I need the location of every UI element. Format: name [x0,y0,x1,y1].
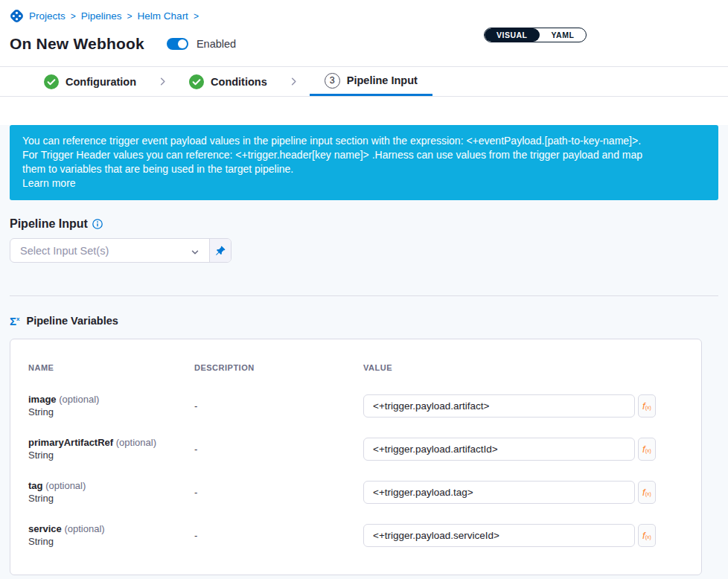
variable-name-cell: tag (optional) String [28,479,194,505]
expression-fx-button[interactable]: f(x) [638,481,656,504]
variable-value-input[interactable] [363,394,635,418]
fx-icon-sub: (x) [645,534,651,540]
toggle-knob [178,39,187,48]
variable-value-cell: f(x) [363,394,683,418]
variable-value-cell: f(x) [363,524,683,547]
sigma-variables-icon: Σx [10,316,19,327]
pin-icon [215,246,226,256]
variables-table-body: image (optional) String - f(x) primaryAr… [28,384,683,557]
variable-description: - [194,530,363,541]
variable-value-cell: f(x) [363,438,683,461]
variable-optional-label: (optional) [64,523,104,534]
variable-name-cell: service (optional) String [28,522,194,548]
banner-line: For Trigger Header values you can refere… [22,148,706,162]
pipeline-variables-heading-label: Pipeline Variables [26,315,118,327]
input-set-select-placeholder: Select Input Set(s) [20,245,109,257]
step-number-badge: 3 [325,73,340,89]
banner-line: You can reference trigger event payload … [22,134,706,148]
variable-type: String [28,535,194,548]
variable-optional-label: (optional) [59,394,99,405]
breadcrumb-item-helm-chart[interactable]: Helm Chart [138,10,188,22]
breadcrumb: Projects > Pipelines > Helm Chart > [10,9,718,23]
variable-value-input[interactable] [363,481,635,504]
yaml-toggle-button[interactable]: YAML [540,28,587,42]
fx-icon-sub: (x) [645,448,651,453]
tab-pipeline-input[interactable]: 3 Pipeline Input [310,67,432,96]
page-title: On New Webhook [10,35,144,53]
variable-type: String [28,406,194,418]
expression-fx-button[interactable]: f(x) [638,394,656,418]
breadcrumb-separator: > [127,11,132,22]
variable-description: - [194,444,363,455]
variable-description: - [194,400,363,412]
variable-name: image [28,394,57,405]
variable-value-input[interactable] [363,438,635,461]
visual-toggle-button[interactable]: VISUAL [485,28,540,42]
check-circle-icon [44,74,59,89]
pipeline-input-heading-label: Pipeline Input [10,217,88,231]
fx-icon-sub: (x) [645,405,651,410]
variable-name-cell: primaryArtifactRef (optional) String [28,436,194,461]
variable-name: tag [28,480,43,491]
variable-value-input[interactable] [363,524,635,547]
main-content: You can reference trigger event payload … [0,125,728,579]
tab-conditions-label: Conditions [211,76,267,88]
chevron-down-icon [191,246,199,255]
variables-table-header: NAME DESCRIPTION VALUE [28,363,683,372]
expression-fx-button[interactable]: f(x) [638,438,656,461]
enabled-toggle-label: Enabled [197,38,236,50]
column-header-description: DESCRIPTION [194,363,363,372]
variable-value-cell: f(x) [363,481,683,504]
breadcrumb-separator: > [194,11,199,22]
variable-optional-label: (optional) [116,437,156,448]
variables-card: NAME DESCRIPTION VALUE image (optional) … [10,339,702,575]
chevron-right-icon [147,67,179,96]
breadcrumb-separator: > [71,11,76,22]
breadcrumb-item-pipelines[interactable]: Pipelines [81,10,122,22]
section-divider [10,295,718,296]
variable-name-cell: image (optional) String [28,393,194,418]
variable-optional-label: (optional) [45,480,86,491]
breadcrumb-item-projects[interactable]: Projects [29,10,66,22]
enabled-toggle[interactable] [167,38,188,50]
wizard-step-tabs: Configuration Conditions 3 Pipeline Inpu… [0,67,728,97]
table-row: service (optional) String - f(x) [28,514,683,557]
expression-fx-button[interactable]: f(x) [638,524,656,547]
pin-input-set-button[interactable] [210,239,231,262]
pipeline-variables-heading: Σx Pipeline Variables [10,315,718,327]
tab-configuration-label: Configuration [66,76,136,88]
table-row: tag (optional) String - f(x) [28,470,683,514]
chevron-right-icon [278,67,310,96]
variable-type: String [28,492,194,505]
table-row: image (optional) String - f(x) [28,384,683,427]
learn-more-link[interactable]: Learn more [22,176,76,191]
tab-conditions[interactable]: Conditions [179,67,278,96]
tab-configuration[interactable]: Configuration [33,67,147,96]
pipeline-input-heading: Pipeline Input [10,217,718,231]
column-header-name: NAME [28,363,194,372]
banner-line: them to variables that are being used in… [22,162,706,176]
check-circle-icon [189,74,204,89]
visual-yaml-toggle: VISUAL YAML [484,28,587,42]
variable-description: - [194,487,363,498]
variable-name: primaryArtifactRef [28,437,113,448]
column-header-value: VALUE [363,363,683,372]
input-set-select[interactable]: Select Input Set(s) [10,239,210,262]
info-banner: You can reference trigger event payload … [10,125,718,200]
tab-pipeline-input-label: Pipeline Input [347,74,418,86]
fx-icon-sub: (x) [645,491,651,496]
info-icon[interactable] [92,219,103,229]
page-header: Projects > Pipelines > Helm Chart > On N… [0,0,728,67]
variable-type: String [28,449,194,461]
harness-logo-icon [10,9,24,23]
table-row: primaryArtifactRef (optional) String - f… [28,427,683,470]
input-set-group: Select Input Set(s) [10,238,232,263]
variable-name: service [28,523,62,534]
